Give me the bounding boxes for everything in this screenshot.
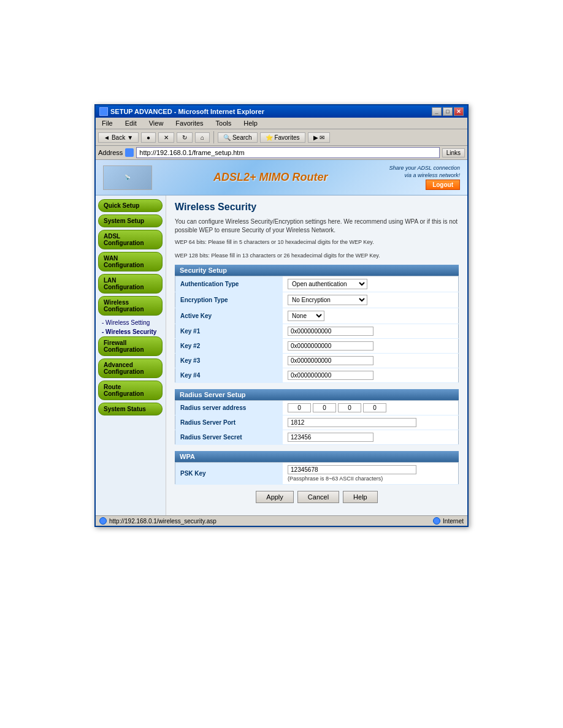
home-button[interactable]: ⌂: [195, 132, 210, 143]
cancel-button[interactable]: Cancel: [297, 491, 339, 503]
header-logo: ADSL2+ MIMO Router: [213, 171, 328, 183]
table-row: Key #4: [175, 368, 459, 383]
note1: WEP 64 bits: Please fill in 5 characters…: [175, 238, 459, 247]
ip-field-3[interactable]: [338, 403, 361, 412]
radius-port-label: Radius Server Port: [175, 415, 283, 430]
header-banner: 📡 ADSL2+ MIMO Router Share your ADSL con…: [96, 160, 467, 195]
radius-setup-header: Radius Server Setup: [175, 389, 459, 400]
sidebar-item-firewall-config[interactable]: Firewall Configuration: [98, 336, 163, 356]
table-row: Radius server address: [175, 401, 459, 415]
sidebar-item-system-setup[interactable]: System Setup: [98, 214, 163, 227]
radius-setup-table: Radius server address Radius Server Port: [175, 400, 459, 445]
menu-edit[interactable]: Edit: [123, 119, 139, 127]
key1-input[interactable]: [288, 327, 373, 336]
menu-file[interactable]: File: [99, 119, 115, 127]
ip-field-1[interactable]: [288, 403, 311, 412]
sidebar-item-quick-setup[interactable]: Quick Setup: [98, 199, 163, 212]
browser-window: SETUP ADVANCED - Microsoft Internet Expl…: [94, 104, 469, 527]
back-button[interactable]: ◄ Back ▼: [98, 132, 139, 143]
security-setup-header: Security Setup: [175, 265, 459, 276]
header-right: Share your ADSL connection via a wireles…: [389, 165, 460, 190]
table-row: Active Key None Key 1 Key 2 Key 3 Key 4: [175, 308, 459, 324]
table-row: Authentication Type Open authentication …: [175, 276, 459, 292]
stop-button[interactable]: ✕: [158, 132, 174, 143]
menu-view[interactable]: View: [147, 119, 166, 127]
table-row: PSK Key (Passphrase is 8~63 ASCII charac…: [175, 463, 459, 485]
radius-secret-label: Radius Server Secret: [175, 430, 283, 445]
sidebar-item-adsl-config[interactable]: ADSL Configuration: [98, 230, 163, 249]
note2: WEP 128 bits: Please fill in 13 characte…: [175, 252, 459, 260]
key3-input[interactable]: [288, 356, 373, 365]
apply-button[interactable]: Apply: [256, 491, 294, 503]
logout-button[interactable]: Logout: [426, 180, 460, 190]
address-bar: Address Links: [96, 146, 467, 160]
auth-type-label: Authentication Type: [175, 276, 283, 292]
main-content: Wireless Security You can configure Wire…: [166, 195, 467, 515]
sidebar-item-advanced-config[interactable]: Advanced Configuration: [98, 358, 163, 378]
status-bar: http://192.168.0.1/wireless_security.asp…: [96, 515, 467, 526]
table-row: Radius Server Secret: [175, 430, 459, 445]
radius-address-label: Radius server address: [175, 401, 283, 415]
status-icon: [99, 517, 107, 525]
ip-field-4[interactable]: [363, 403, 386, 412]
key2-input[interactable]: [288, 341, 373, 351]
media-button[interactable]: ▶ ✉: [308, 132, 331, 143]
psk-hint: (Passphrase is 8~63 ASCII characters): [288, 476, 453, 482]
radius-secret-input[interactable]: [288, 433, 373, 442]
sidebar-item-system-status[interactable]: System Status: [98, 403, 163, 415]
key4-label: Key #4: [175, 368, 283, 383]
address-label: Address: [98, 149, 123, 156]
page-icon: [125, 148, 134, 157]
help-button[interactable]: Help: [343, 491, 378, 503]
active-key-label: Active Key: [175, 308, 283, 324]
menu-bar: File Edit View Favorites Tools Help: [96, 118, 467, 129]
button-row: Apply Cancel Help: [175, 491, 459, 509]
sidebar: Quick Setup System Setup ADSL Configurat…: [96, 195, 166, 515]
status-url: http://192.168.0.1/wireless_security.asp: [109, 518, 216, 525]
menu-help[interactable]: Help: [241, 119, 260, 127]
psk-key-input[interactable]: [288, 465, 416, 474]
table-row: Encryption Type No Encryption WEP 64 bit…: [175, 292, 459, 308]
close-button[interactable]: ✕: [454, 107, 464, 116]
active-key-select[interactable]: None Key 1 Key 2 Key 3 Key 4: [288, 311, 324, 321]
sidebar-item-wireless-setting[interactable]: - Wireless Setting: [98, 318, 163, 327]
sidebar-item-wireless-config[interactable]: Wireless Configuration: [98, 296, 163, 316]
table-row: Key #2: [175, 339, 459, 354]
search-button[interactable]: 🔍 Search: [218, 132, 257, 143]
menu-tools[interactable]: Tools: [213, 119, 234, 127]
window-controls: _ □ ✕: [432, 107, 464, 116]
favorites-button[interactable]: ⭐ Favorites: [260, 132, 305, 143]
table-row: Key #3: [175, 354, 459, 368]
address-input[interactable]: [136, 147, 439, 158]
table-row: Radius Server Port: [175, 415, 459, 430]
back-arrow-icon: ◄: [104, 134, 110, 141]
refresh-button[interactable]: ↻: [177, 132, 193, 143]
table-row: Key #1: [175, 324, 459, 339]
enc-type-select[interactable]: No Encryption WEP 64 bits WEP 128 bits: [288, 295, 367, 305]
minimize-button[interactable]: _: [432, 107, 442, 116]
menu-favorites[interactable]: Favorites: [173, 119, 205, 127]
forward-button[interactable]: ●: [141, 132, 156, 143]
status-right: Internet: [433, 517, 464, 525]
key4-input[interactable]: [288, 371, 373, 380]
radius-port-input[interactable]: [288, 418, 416, 427]
auth-type-select[interactable]: Open authentication Shared authenticatio…: [288, 279, 367, 289]
internet-icon: [433, 517, 440, 525]
wpa-table: PSK Key (Passphrase is 8~63 ASCII charac…: [175, 462, 459, 485]
sidebar-item-lan-config[interactable]: LAN Configuration: [98, 274, 163, 294]
router-image: 📡: [103, 165, 152, 190]
sidebar-item-wan-config[interactable]: WAN Configuration: [98, 252, 163, 271]
links-button[interactable]: Links: [442, 148, 465, 157]
key2-label: Key #2: [175, 339, 283, 354]
ip-field-2[interactable]: [313, 403, 336, 412]
window-title: SETUP ADVANCED - Microsoft Internet Expl…: [110, 108, 264, 115]
sidebar-item-wireless-security[interactable]: - Wireless Security: [98, 327, 163, 336]
title-bar: SETUP ADVANCED - Microsoft Internet Expl…: [96, 105, 467, 118]
maximize-button[interactable]: □: [443, 107, 453, 116]
dropdown-icon: ▼: [127, 134, 133, 141]
toolbar-separator: [213, 131, 214, 143]
status-left: http://192.168.0.1/wireless_security.asp: [99, 517, 216, 525]
sidebar-item-route-config[interactable]: Route Configuration: [98, 381, 163, 400]
security-setup-table: Authentication Type Open authentication …: [175, 276, 459, 383]
key3-label: Key #3: [175, 354, 283, 368]
